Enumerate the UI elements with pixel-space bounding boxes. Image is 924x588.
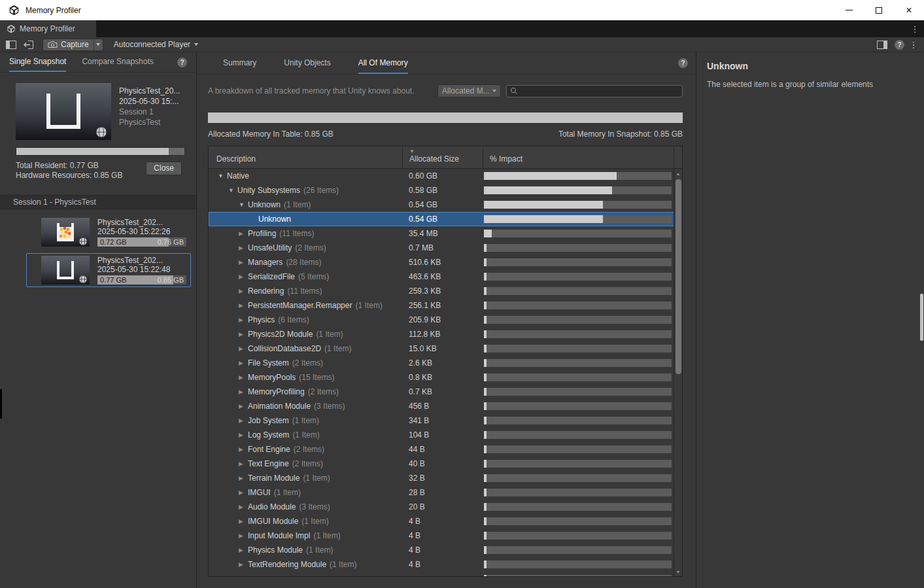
table-row[interactable]: ▶SerializedFile(5 Items)463.6 KB — [209, 269, 682, 284]
table-row[interactable]: ▶TextRendering Module(1 Item)4 B — [209, 557, 682, 572]
table-row[interactable]: ▶IMGUI(1 Item)28 B — [209, 485, 682, 500]
foldout-collapsed-icon[interactable]: ▶ — [239, 432, 248, 438]
snapshot-panel-toggle-button[interactable] — [3, 39, 19, 51]
foldout-expanded-icon[interactable]: ▼ — [239, 201, 248, 208]
foldout-collapsed-icon[interactable]: ▶ — [239, 230, 248, 237]
table-row[interactable]: ▶MemoryProfiling(2 Items)0.7 KB — [209, 385, 682, 399]
close-snapshot-button[interactable]: Close — [146, 162, 182, 175]
details-panel-toggle-button[interactable] — [874, 39, 890, 51]
import-button[interactable] — [20, 39, 36, 51]
table-row[interactable]: ▶Font Engine(2 Items)44 B — [209, 442, 682, 457]
tab-all-of-memory[interactable]: All Of Memory — [358, 52, 408, 74]
search-field[interactable] — [506, 85, 683, 97]
capture-button[interactable]: Capture — [43, 39, 94, 51]
table-row[interactable]: ▶Animation Module(3 Items)456 B — [209, 399, 682, 413]
foldout-collapsed-icon[interactable]: ▶ — [239, 288, 248, 294]
table-row[interactable]: ▶Physics2D Module(1 Item)112.8 KB — [209, 327, 682, 341]
table-row[interactable]: ▶MemoryPools(15 Items)0.8 KB — [209, 370, 682, 385]
impact-bar-fill — [484, 503, 487, 511]
foldout-collapsed-icon[interactable]: ▶ — [239, 561, 248, 568]
tabstrip-menu-icon[interactable]: ⋮ — [906, 20, 924, 37]
foldout-collapsed-icon[interactable]: ▶ — [239, 345, 248, 352]
table-row[interactable]: ▶Physics(6 Items)205.9 KB — [209, 313, 682, 327]
table-row[interactable]: ▶Input Module Impl(1 Item)4 B — [209, 528, 682, 543]
foldout-collapsed-icon[interactable]: ▶ — [239, 576, 248, 576]
tab-unity-objects[interactable]: Unity Objects — [284, 52, 330, 74]
table-row[interactable]: ▶Text Engine(2 Items)40 B — [209, 457, 682, 471]
table-row[interactable]: ▶ — [209, 572, 682, 576]
table-row[interactable]: ▶Audio Module(3 Items)20 B — [209, 500, 682, 514]
snapshot-item[interactable]: PhysicsTest_202... 2025-05-30 15:22:26 0… — [26, 215, 191, 249]
table-row[interactable]: ▶Profiling(11 Items)35.4 MB — [209, 226, 682, 241]
table-row[interactable]: Unknown0.54 GB — [209, 212, 682, 226]
foldout-collapsed-icon[interactable]: ▶ — [239, 245, 248, 251]
column-header-description[interactable]: Description — [209, 147, 402, 168]
foldout-collapsed-icon[interactable]: ▶ — [239, 360, 248, 366]
foldout-collapsed-icon[interactable]: ▶ — [239, 446, 248, 453]
foldout-collapsed-icon[interactable]: ▶ — [239, 273, 248, 280]
scrollbar-thumb[interactable] — [676, 179, 681, 374]
foldout-collapsed-icon[interactable]: ▶ — [239, 403, 248, 409]
foldout-collapsed-icon[interactable]: ▶ — [239, 547, 248, 553]
foldout-collapsed-icon[interactable]: ▶ — [239, 417, 248, 424]
foldout-collapsed-icon[interactable]: ▶ — [239, 374, 248, 381]
scrollbar-up-icon[interactable]: ▲ — [674, 169, 682, 178]
foldout-collapsed-icon[interactable]: ▶ — [239, 460, 248, 467]
table-row[interactable]: ▶Log System(1 Item)104 B — [209, 428, 682, 442]
impact-bar-fill — [484, 546, 487, 554]
table-row[interactable]: ▶CollisionDatabase2D(1 Item)15.0 KB — [209, 341, 682, 356]
maximize-button[interactable] — [864, 0, 894, 20]
foldout-collapsed-icon[interactable]: ▶ — [239, 518, 248, 525]
table-row[interactable]: ▼Unity Subsystems(26 Items)0.58 GB — [209, 183, 682, 198]
tab-compare-snapshots[interactable]: Compare Snapshots — [82, 52, 153, 72]
table-row[interactable]: ▼Unknown(1 Item)0.54 GB — [209, 198, 682, 212]
tab-single-snapshot[interactable]: Single Snapshot — [9, 52, 66, 72]
foldout-collapsed-icon[interactable]: ▶ — [239, 504, 248, 510]
target-player-dropdown[interactable]: Autoconnected Player — [109, 39, 203, 51]
window-scrollbar-thumb[interactable] — [920, 294, 923, 341]
close-window-button[interactable]: × — [894, 0, 924, 20]
allocated-filter-dropdown[interactable]: Allocated M... — [437, 84, 501, 97]
table-scrollbar[interactable]: ▲ ▼ — [674, 169, 682, 576]
snapshot-item[interactable]: PhysicsTest_202... 2025-05-30 15:22:48 0… — [26, 253, 191, 287]
foldout-collapsed-icon[interactable]: ▶ — [239, 475, 248, 481]
foldout-collapsed-icon[interactable]: ▶ — [239, 489, 248, 496]
scrollbar-track[interactable] — [674, 178, 682, 568]
foldout-expanded-icon[interactable]: ▼ — [228, 187, 237, 194]
row-size: 32 B — [402, 474, 483, 483]
table-row[interactable]: ▶Terrain Module(1 Item)32 B — [209, 471, 682, 485]
foldout-collapsed-icon[interactable]: ▶ — [239, 302, 248, 309]
scrollbar-down-icon[interactable]: ▼ — [674, 568, 682, 576]
column-header-allocated-size[interactable]: ▼ Allocated Size — [402, 147, 483, 168]
table-row[interactable]: ▶Job System(1 Item)341 B — [209, 413, 682, 428]
search-input[interactable] — [521, 86, 679, 95]
row-description-cell: ▶TextRendering Module(1 Item) — [209, 560, 402, 569]
foldout-collapsed-icon[interactable]: ▶ — [239, 532, 248, 539]
tab-summary[interactable]: Summary — [223, 52, 256, 74]
table-row[interactable]: ▶IMGUI Module(1 Item)4 B — [209, 514, 682, 528]
table-row[interactable]: ▼Native0.60 GB — [209, 169, 682, 183]
table-row[interactable]: ▶UnsafeUtility(2 Items)0.7 MB — [209, 241, 682, 255]
table-row[interactable]: ▶Physics Module(1 Item)4 B — [209, 543, 682, 557]
foldout-collapsed-icon[interactable]: ▶ — [239, 331, 248, 337]
foldout-expanded-icon[interactable]: ▼ — [218, 173, 227, 179]
table-row[interactable]: ▶File System(2 Items)2.6 KB — [209, 356, 682, 370]
foldout-collapsed-icon[interactable]: ▶ — [239, 389, 248, 395]
column-header-impact[interactable]: % Impact — [483, 147, 674, 168]
table-row[interactable]: ▶Rendering(11 Items)259.3 KB — [209, 284, 682, 298]
table-row[interactable]: ▶PersistentManager.Remapper(1 Item)256.1… — [209, 298, 682, 313]
sidebar-help-icon[interactable]: ? — [177, 58, 187, 67]
minimize-button[interactable] — [834, 0, 864, 20]
foldout-collapsed-icon[interactable]: ▶ — [239, 259, 248, 266]
row-impact-cell — [483, 514, 682, 528]
row-label: Audio Module — [248, 502, 296, 511]
toolbar-menu-icon[interactable]: ⋮ — [909, 40, 918, 50]
toolbar-help-icon[interactable]: ? — [895, 40, 904, 50]
foldout-collapsed-icon[interactable]: ▶ — [239, 317, 248, 323]
table-row[interactable]: ▶Managers(28 Items)510.6 KB — [209, 255, 682, 269]
main-help-icon[interactable]: ? — [678, 58, 688, 68]
memory-profiler-window-tab[interactable]: Memory Profiler — [0, 20, 96, 37]
import-icon — [23, 41, 33, 49]
session-header[interactable]: Session 1 - PhysicsTest — [0, 195, 196, 209]
capture-dropdown-button[interactable] — [94, 39, 103, 51]
